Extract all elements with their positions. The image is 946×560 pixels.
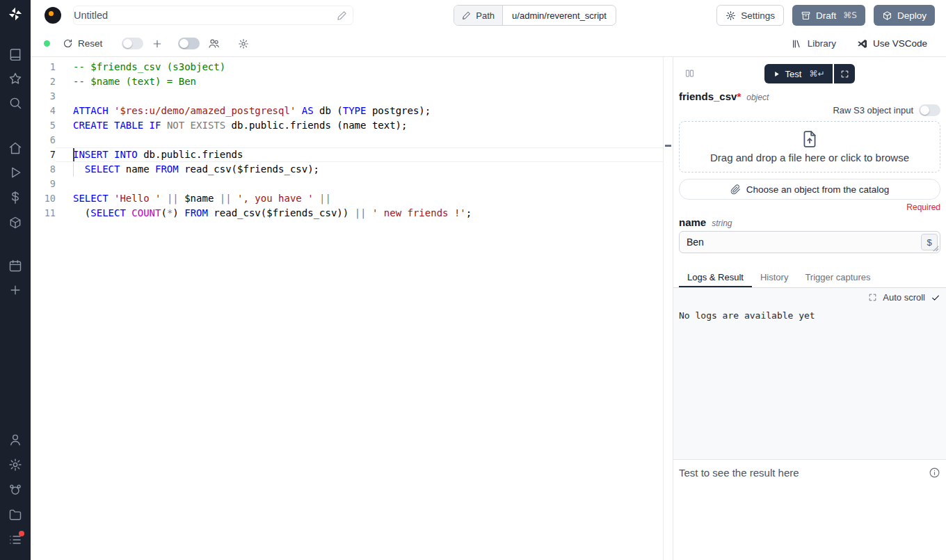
tab-trigger-captures[interactable]: Trigger captures — [796, 269, 879, 287]
home-icon[interactable] — [8, 141, 22, 155]
code-line[interactable]: 11 (SELECT COUNT(*) FROM read_csv($frien… — [31, 206, 663, 221]
code-token: ( — [161, 207, 166, 218]
script-title-input[interactable]: Untitled — [73, 6, 353, 25]
settings-button[interactable]: Settings — [716, 5, 784, 26]
diff-toggle[interactable] — [122, 38, 143, 49]
resize-grip[interactable] — [933, 246, 939, 252]
collab-toggle[interactable] — [178, 38, 200, 49]
required-star: * — [737, 90, 741, 102]
tab-logs-result[interactable]: Logs & Result — [679, 269, 752, 287]
code-token — [109, 105, 114, 116]
cursor-overview-mark — [665, 145, 671, 147]
toggle-panel-icon[interactable] — [684, 68, 695, 79]
left-sidebar — [0, 0, 31, 560]
code-line[interactable]: 6 — [31, 133, 663, 147]
add-plus-icon[interactable] — [152, 38, 163, 49]
line-number: 2 — [31, 74, 56, 89]
result-placeholder: Test to see the result here — [679, 467, 799, 479]
code-line[interactable]: 10SELECT 'Hello ' || $name || ', you hav… — [31, 191, 663, 206]
library-button[interactable]: Library — [792, 38, 836, 49]
code-token — [367, 207, 372, 218]
code-token — [109, 193, 114, 204]
code-area: 1-- $friends_csv (s3object)2-- $name (te… — [31, 60, 663, 221]
test-label: Test — [785, 69, 802, 79]
code-token: name — [120, 163, 155, 175]
search-icon[interactable] — [8, 96, 22, 110]
code-token: $name — [179, 193, 220, 204]
variables-dollar-icon[interactable] — [8, 191, 22, 205]
test-button[interactable]: Test ⌘↵ — [764, 64, 833, 83]
audit-logs-icon[interactable] — [8, 533, 22, 547]
code-token: ; — [466, 207, 472, 218]
code-token: db ( — [314, 105, 343, 116]
file-dropzone[interactable]: Drag and drop a file here or click to br… — [679, 121, 940, 173]
folders-icon[interactable] — [8, 508, 22, 522]
path-label: Path — [476, 10, 495, 21]
code-line[interactable]: 2-- $name (text) = Ben — [31, 74, 663, 89]
deploy-button[interactable]: Deploy — [874, 5, 935, 26]
code-token: read_csv($friends_csv); — [179, 163, 319, 175]
arg-friends-csv-header: friends_csv* object — [673, 90, 946, 102]
docs-icon[interactable] — [8, 47, 22, 61]
code-token: || — [167, 193, 179, 204]
expand-test-icon[interactable] — [834, 64, 855, 83]
create-plus-icon[interactable] — [8, 283, 22, 297]
draft-button[interactable]: Draft ⌘S — [792, 5, 865, 26]
choose-catalog-button[interactable]: Choose an object from the catalog — [679, 179, 940, 200]
use-vscode-label: Use VSCode — [873, 38, 927, 49]
reset-button[interactable]: Reset — [63, 38, 102, 49]
resources-box-icon[interactable] — [8, 216, 22, 230]
autoscroll-check-icon[interactable] — [931, 293, 940, 303]
duckdb-language-icon — [45, 7, 61, 24]
name-input[interactable] — [679, 231, 940, 253]
use-vscode-button[interactable]: Use VSCode — [857, 38, 927, 49]
code-token: FROM — [184, 207, 208, 218]
draft-shortcut: ⌘S — [843, 10, 857, 20]
windmill-logo[interactable] — [8, 6, 23, 22]
code-line[interactable]: 4ATTACH '$res:u/demo/amazed_postgresql' … — [31, 104, 663, 118]
test-row: Test ⌘↵ — [673, 64, 946, 83]
code-token: INSERT INTO — [73, 149, 138, 160]
code-line[interactable]: 5CREATE TABLE IF NOT EXISTS db.public.fr… — [31, 118, 663, 133]
info-icon[interactable] — [929, 467, 940, 479]
code-token: COUNT — [131, 207, 161, 218]
code-editor[interactable]: 1-- $friends_csv (s3object)2-- $name (te… — [31, 57, 673, 560]
file-upload-icon — [801, 130, 819, 148]
settings-gear-icon[interactable] — [8, 458, 22, 472]
line-number: 3 — [31, 89, 56, 104]
expand-logs-icon[interactable] — [868, 293, 877, 302]
raw-s3-toggle[interactable] — [919, 104, 940, 116]
code-token: ATTACH — [73, 105, 109, 116]
line-number: 7 — [31, 147, 56, 162]
code-line[interactable]: 7INSERT INTO db.public.friends — [31, 147, 663, 162]
schedules-calendar-icon[interactable] — [8, 259, 22, 273]
tab-history[interactable]: History — [752, 269, 796, 287]
code-line[interactable]: 8 SELECT name FROM read_csv($friends_csv… — [31, 162, 663, 177]
editor-scrollbar[interactable] — [663, 57, 673, 560]
runs-play-icon[interactable] — [8, 166, 22, 179]
code-token: NOT EXISTS — [167, 120, 225, 131]
code-token: ) — [173, 207, 184, 218]
code-token: 'Hello ' — [114, 193, 161, 204]
assistant-mascot-icon[interactable] — [8, 483, 22, 497]
favorites-star-icon[interactable] — [8, 72, 22, 86]
code-token: db.public.friends (name text); — [225, 120, 407, 131]
deploy-label: Deploy — [897, 10, 927, 21]
code-line[interactable]: 1-- $friends_csv (s3object) — [31, 60, 663, 74]
code-line[interactable]: 9 — [31, 177, 663, 191]
autoscroll-row: Auto scroll — [673, 288, 946, 304]
path-editor[interactable]: Path u/admin/reverent_script — [454, 5, 616, 26]
edit-title-pencil-icon[interactable] — [337, 10, 347, 21]
line-number: 10 — [31, 191, 56, 206]
code-token: ', you have ' — [237, 193, 314, 204]
dropzone-text: Drag and drop a file here or click to br… — [710, 152, 909, 163]
user-icon[interactable] — [8, 433, 22, 447]
code-token: FROM — [155, 163, 179, 175]
code-line[interactable]: 3 — [31, 89, 663, 104]
result-area: Test to see the result here — [673, 459, 946, 560]
collaborators-icon[interactable] — [208, 38, 220, 49]
code-token — [161, 120, 166, 131]
code-token — [232, 193, 237, 204]
autoscroll-label: Auto scroll — [883, 292, 925, 303]
editor-settings-gear-icon[interactable] — [238, 38, 249, 49]
